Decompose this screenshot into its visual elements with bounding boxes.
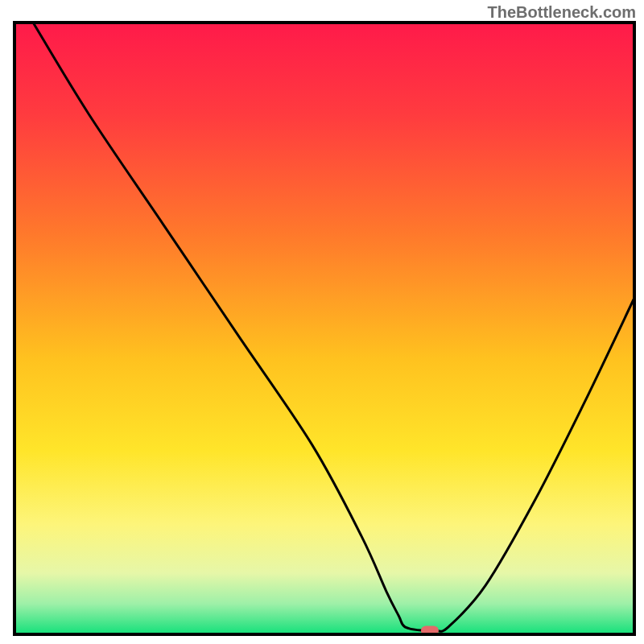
plot-background xyxy=(14,23,634,634)
chart-container: TheBottleneck.com xyxy=(0,0,644,644)
bottleneck-chart xyxy=(0,0,644,644)
attribution-label: TheBottleneck.com xyxy=(488,3,636,22)
